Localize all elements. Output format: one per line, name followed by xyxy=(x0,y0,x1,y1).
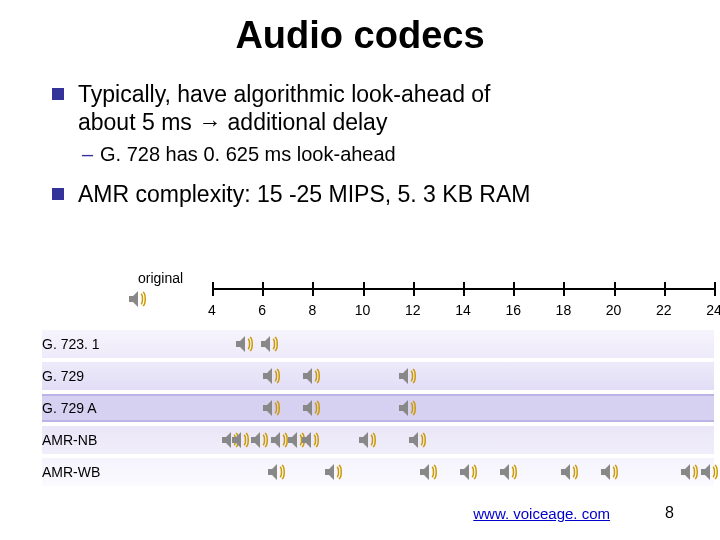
speaker-icon xyxy=(301,397,323,419)
axis-tick xyxy=(312,282,314,296)
speaker-icon xyxy=(301,365,323,387)
slide-title: Audio codecs xyxy=(28,14,692,57)
codec-row-bg xyxy=(42,330,714,358)
axis-tick-label: 18 xyxy=(556,302,572,318)
codec-row-label: G. 723. 1 xyxy=(42,336,132,352)
speaker-icon xyxy=(498,461,520,483)
codec-row-label: G. 729 xyxy=(42,368,132,384)
sub-bullet-list: – G. 728 has 0. 625 ms look-ahead xyxy=(100,142,692,167)
axis-tick xyxy=(664,282,666,296)
axis-tick-label: 4 xyxy=(208,302,216,318)
axis-tick xyxy=(413,282,415,296)
speaker-icon xyxy=(458,461,480,483)
codec-row-label: G. 729 A xyxy=(42,400,132,416)
bullet-1-line-2: about 5 ms → additional delay xyxy=(78,109,387,135)
speaker-icon xyxy=(418,461,440,483)
codec-row-label: AMR-WB xyxy=(42,464,132,480)
codec-row-bg xyxy=(42,394,714,422)
speaker-icon xyxy=(599,461,621,483)
codec-row: AMR-WB xyxy=(42,458,714,488)
square-bullet-icon xyxy=(52,88,64,100)
bullet-1-line-1: Typically, have algorithmic look-ahead o… xyxy=(78,81,491,107)
axis-tick xyxy=(463,282,465,296)
codec-row: G. 729 A xyxy=(42,394,714,424)
speaker-icon xyxy=(127,288,149,310)
axis-tick xyxy=(563,282,565,296)
codec-rows: G. 723. 1G. 729G. 729 AAMR-NBAMR-WB xyxy=(42,330,714,490)
speaker-icon xyxy=(259,333,281,355)
speaker-icon xyxy=(397,397,419,419)
axis-tick-label: 14 xyxy=(455,302,471,318)
axis-tick xyxy=(212,282,214,296)
speaker-icon xyxy=(699,461,720,483)
axis-tick-label: 10 xyxy=(355,302,371,318)
square-bullet-icon xyxy=(52,188,64,200)
speaker-icon xyxy=(679,461,701,483)
sub-bullet-1-text: G. 728 has 0. 625 ms look-ahead xyxy=(100,143,396,165)
speaker-icon xyxy=(300,429,322,451)
slide: Audio codecs Typically, have algorithmic… xyxy=(0,0,720,540)
codec-row: G. 729 xyxy=(42,362,714,392)
axis-tick-label: 20 xyxy=(606,302,622,318)
codec-row-label: AMR-NB xyxy=(42,432,132,448)
bullet-item-1: Typically, have algorithmic look-ahead o… xyxy=(78,81,692,167)
bullet-list: Typically, have algorithmic look-ahead o… xyxy=(78,81,692,209)
axis-tick xyxy=(513,282,515,296)
codec-row: G. 723. 1 xyxy=(42,330,714,360)
speaker-icon xyxy=(407,429,429,451)
codec-row-bg xyxy=(42,362,714,390)
axis-tick xyxy=(614,282,616,296)
sub-bullet-item-1: – G. 728 has 0. 625 ms look-ahead xyxy=(100,142,692,167)
codec-row: AMR-NB xyxy=(42,426,714,456)
axis-tick-label: 6 xyxy=(258,302,266,318)
axis-tick-label: 24 xyxy=(706,302,720,318)
speaker-icon xyxy=(559,461,581,483)
axis-tick xyxy=(262,282,264,296)
speaker-icon xyxy=(397,365,419,387)
bullet-2-text: AMR complexity: 15 -25 MIPS, 5. 3 KB RAM xyxy=(78,181,530,207)
axis-tick-label: 16 xyxy=(505,302,521,318)
speaker-icon xyxy=(323,461,345,483)
original-audio-label: original xyxy=(138,270,183,286)
speaker-icon xyxy=(249,429,271,451)
speaker-icon xyxy=(234,333,256,355)
axis-tick xyxy=(363,282,365,296)
axis-tick xyxy=(714,282,716,296)
bullet-item-2: AMR complexity: 15 -25 MIPS, 5. 3 KB RAM xyxy=(78,181,692,209)
speaker-icon xyxy=(261,365,283,387)
axis-tick-label: 8 xyxy=(308,302,316,318)
speaker-icon xyxy=(266,461,288,483)
axis-tick-label: 22 xyxy=(656,302,672,318)
x-axis: 4681012141618202224 xyxy=(212,278,714,300)
speaker-icon xyxy=(261,397,283,419)
axis-tick-label: 12 xyxy=(405,302,421,318)
speaker-icon xyxy=(357,429,379,451)
footer-link[interactable]: www. voiceage. com xyxy=(473,505,610,522)
dash-bullet-icon: – xyxy=(82,142,93,167)
page-number: 8 xyxy=(665,504,674,522)
